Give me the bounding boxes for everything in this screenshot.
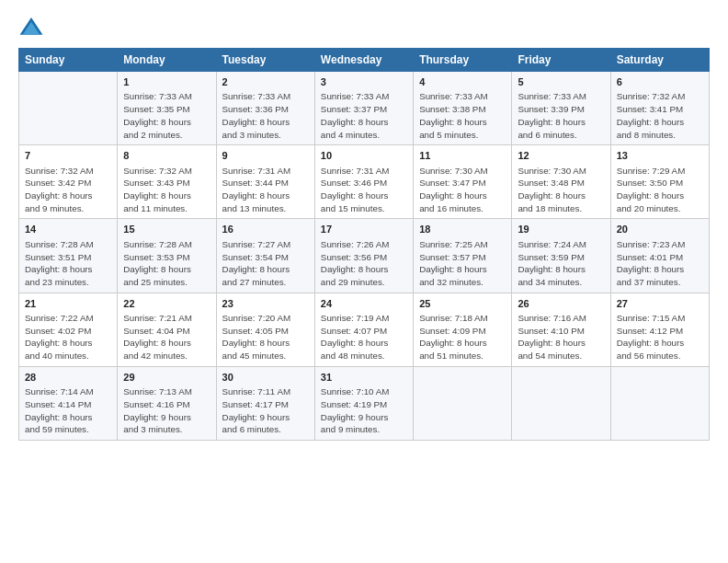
calendar-week-2: 7Sunrise: 7:32 AMSunset: 3:42 PMDaylight… (19, 145, 710, 219)
calendar-cell: 3Sunrise: 7:33 AMSunset: 3:37 PMDaylight… (314, 72, 413, 145)
day-number: 19 (518, 223, 604, 236)
day-info: Sunrise: 7:30 AMSunset: 3:47 PMDaylight:… (419, 165, 506, 215)
day-number: 20 (617, 223, 703, 236)
day-number: 13 (617, 149, 703, 163)
calendar-cell: 10Sunrise: 7:31 AMSunset: 3:46 PMDayligh… (314, 145, 413, 219)
day-info: Sunrise: 7:22 AMSunset: 4:02 PMDaylight:… (25, 312, 111, 362)
day-info: Sunrise: 7:28 AMSunset: 3:51 PMDaylight:… (25, 238, 111, 289)
day-number: 3 (321, 75, 407, 89)
calendar-cell: 4Sunrise: 7:33 AMSunset: 3:38 PMDaylight… (414, 72, 512, 145)
calendar-cell: 7Sunrise: 7:32 AMSunset: 3:42 PMDaylight… (19, 145, 118, 219)
calendar-cell: 19Sunrise: 7:24 AMSunset: 3:59 PMDayligh… (512, 219, 610, 293)
calendar-cell (610, 366, 709, 440)
calendar-cell: 18Sunrise: 7:25 AMSunset: 3:57 PMDayligh… (414, 219, 512, 293)
day-info: Sunrise: 7:33 AMSunset: 3:37 PMDaylight:… (321, 90, 407, 141)
day-info: Sunrise: 7:26 AMSunset: 3:56 PMDaylight:… (321, 238, 407, 289)
day-number: 23 (222, 297, 309, 311)
day-info: Sunrise: 7:13 AMSunset: 4:16 PMDaylight:… (123, 385, 210, 436)
calendar-cell: 11Sunrise: 7:30 AMSunset: 3:47 PMDayligh… (414, 145, 512, 219)
day-number: 24 (321, 297, 407, 311)
logo-icon (18, 15, 44, 40)
day-number: 6 (617, 75, 703, 89)
calendar-week-4: 21Sunrise: 7:22 AMSunset: 4:02 PMDayligh… (19, 293, 710, 366)
day-info: Sunrise: 7:27 AMSunset: 3:54 PMDaylight:… (222, 238, 309, 289)
day-number: 2 (222, 75, 309, 89)
col-header-thursday: Thursday (414, 49, 512, 72)
calendar-cell: 15Sunrise: 7:28 AMSunset: 3:53 PMDayligh… (118, 219, 216, 293)
day-info: Sunrise: 7:16 AMSunset: 4:10 PMDaylight:… (518, 312, 604, 362)
day-number: 15 (123, 223, 210, 236)
day-info: Sunrise: 7:31 AMSunset: 3:44 PMDaylight:… (222, 165, 309, 215)
day-number: 18 (419, 223, 506, 236)
calendar-table: SundayMondayTuesdayWednesdayThursdayFrid… (18, 48, 710, 441)
calendar-cell: 1Sunrise: 7:33 AMSunset: 3:35 PMDaylight… (118, 72, 216, 145)
day-number: 22 (123, 297, 210, 311)
day-info: Sunrise: 7:14 AMSunset: 4:14 PMDaylight:… (25, 385, 111, 436)
day-info: Sunrise: 7:33 AMSunset: 3:36 PMDaylight:… (222, 90, 309, 141)
day-info: Sunrise: 7:15 AMSunset: 4:12 PMDaylight:… (617, 312, 703, 362)
day-number: 9 (222, 149, 309, 163)
calendar-cell: 6Sunrise: 7:32 AMSunset: 3:41 PMDaylight… (610, 72, 709, 145)
col-header-sunday: Sunday (19, 49, 118, 72)
day-number: 5 (518, 75, 604, 89)
day-info: Sunrise: 7:21 AMSunset: 4:04 PMDaylight:… (123, 312, 210, 362)
page: SundayMondayTuesdayWednesdayThursdayFrid… (0, 0, 728, 563)
day-info: Sunrise: 7:11 AMSunset: 4:17 PMDaylight:… (222, 385, 309, 436)
day-info: Sunrise: 7:33 AMSunset: 3:39 PMDaylight:… (518, 90, 604, 141)
calendar-cell (19, 72, 118, 145)
calendar-cell: 5Sunrise: 7:33 AMSunset: 3:39 PMDaylight… (512, 72, 610, 145)
calendar-week-5: 28Sunrise: 7:14 AMSunset: 4:14 PMDayligh… (19, 366, 710, 440)
calendar-week-3: 14Sunrise: 7:28 AMSunset: 3:51 PMDayligh… (19, 219, 710, 293)
col-header-saturday: Saturday (610, 49, 709, 72)
day-info: Sunrise: 7:18 AMSunset: 4:09 PMDaylight:… (419, 312, 506, 362)
day-info: Sunrise: 7:24 AMSunset: 3:59 PMDaylight:… (518, 238, 604, 289)
col-header-monday: Monday (118, 49, 216, 72)
day-info: Sunrise: 7:25 AMSunset: 3:57 PMDaylight:… (419, 238, 506, 289)
day-info: Sunrise: 7:20 AMSunset: 4:05 PMDaylight:… (222, 312, 309, 362)
calendar-cell: 26Sunrise: 7:16 AMSunset: 4:10 PMDayligh… (512, 293, 610, 366)
day-number: 31 (321, 371, 407, 385)
day-number: 14 (25, 223, 111, 236)
calendar-cell (512, 366, 610, 440)
day-info: Sunrise: 7:19 AMSunset: 4:07 PMDaylight:… (321, 312, 407, 362)
calendar-cell: 12Sunrise: 7:30 AMSunset: 3:48 PMDayligh… (512, 145, 610, 219)
day-info: Sunrise: 7:32 AMSunset: 3:43 PMDaylight:… (123, 165, 210, 215)
day-number: 4 (419, 75, 506, 89)
day-number: 17 (321, 223, 407, 236)
calendar-header: SundayMondayTuesdayWednesdayThursdayFrid… (19, 49, 710, 72)
col-header-tuesday: Tuesday (216, 49, 314, 72)
day-number: 26 (518, 297, 604, 311)
day-info: Sunrise: 7:33 AMSunset: 3:35 PMDaylight:… (123, 90, 210, 141)
day-number: 28 (25, 371, 111, 385)
day-number: 1 (123, 75, 210, 89)
header (18, 15, 710, 40)
calendar-cell: 27Sunrise: 7:15 AMSunset: 4:12 PMDayligh… (610, 293, 709, 366)
calendar-cell: 9Sunrise: 7:31 AMSunset: 3:44 PMDaylight… (216, 145, 314, 219)
calendar-cell: 21Sunrise: 7:22 AMSunset: 4:02 PMDayligh… (19, 293, 118, 366)
calendar-cell: 23Sunrise: 7:20 AMSunset: 4:05 PMDayligh… (216, 293, 314, 366)
day-number: 8 (123, 149, 210, 163)
day-info: Sunrise: 7:10 AMSunset: 4:19 PMDaylight:… (321, 385, 407, 436)
logo (18, 15, 48, 40)
day-info: Sunrise: 7:28 AMSunset: 3:53 PMDaylight:… (123, 238, 210, 289)
day-number: 30 (222, 371, 309, 385)
day-info: Sunrise: 7:31 AMSunset: 3:46 PMDaylight:… (321, 165, 407, 215)
day-info: Sunrise: 7:32 AMSunset: 3:42 PMDaylight:… (25, 165, 111, 215)
calendar-cell: 2Sunrise: 7:33 AMSunset: 3:36 PMDaylight… (216, 72, 314, 145)
calendar-cell: 30Sunrise: 7:11 AMSunset: 4:17 PMDayligh… (216, 366, 314, 440)
calendar-cell: 16Sunrise: 7:27 AMSunset: 3:54 PMDayligh… (216, 219, 314, 293)
calendar-cell: 14Sunrise: 7:28 AMSunset: 3:51 PMDayligh… (19, 219, 118, 293)
col-header-friday: Friday (512, 49, 610, 72)
calendar-cell: 13Sunrise: 7:29 AMSunset: 3:50 PMDayligh… (610, 145, 709, 219)
calendar-week-1: 1Sunrise: 7:33 AMSunset: 3:35 PMDaylight… (19, 72, 710, 145)
day-info: Sunrise: 7:30 AMSunset: 3:48 PMDaylight:… (518, 165, 604, 215)
calendar-cell: 29Sunrise: 7:13 AMSunset: 4:16 PMDayligh… (118, 366, 216, 440)
day-number: 12 (518, 149, 604, 163)
day-number: 11 (419, 149, 506, 163)
day-number: 29 (123, 371, 210, 385)
day-info: Sunrise: 7:32 AMSunset: 3:41 PMDaylight:… (617, 90, 703, 141)
calendar-cell: 17Sunrise: 7:26 AMSunset: 3:56 PMDayligh… (314, 219, 413, 293)
calendar-cell: 25Sunrise: 7:18 AMSunset: 4:09 PMDayligh… (414, 293, 512, 366)
day-number: 7 (25, 149, 111, 163)
calendar-cell: 31Sunrise: 7:10 AMSunset: 4:19 PMDayligh… (314, 366, 413, 440)
